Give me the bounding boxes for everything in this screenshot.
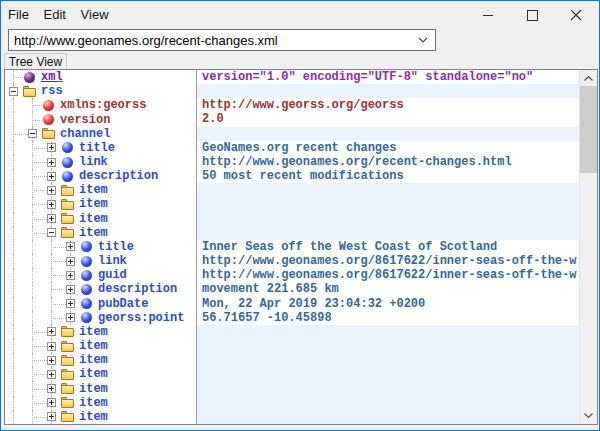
tree-guide-line <box>13 282 14 296</box>
tree-node-label: version <box>60 113 110 127</box>
collapse-expander[interactable] <box>47 228 56 237</box>
value-row-empty <box>197 183 579 197</box>
tree-node-item[interactable]: item <box>5 396 196 410</box>
sphere-blue-icon <box>81 241 92 252</box>
tree-node-item[interactable]: item <box>5 226 196 240</box>
value-row-empty <box>197 396 579 410</box>
tree-node-label: title <box>79 141 115 155</box>
chevron-up-icon <box>584 76 593 81</box>
value-row: 56.71657 -10.45898 <box>197 311 579 325</box>
tree-node-version[interactable]: version <box>5 112 196 126</box>
tree-node-label: item <box>79 367 108 381</box>
tree-guide-line <box>13 381 14 395</box>
minimize-button[interactable] <box>466 2 510 29</box>
tree-node-label: item <box>79 197 108 211</box>
folder-icon <box>61 325 74 338</box>
tree-node-item[interactable]: item <box>5 212 196 226</box>
expand-expander[interactable] <box>66 242 75 251</box>
expand-expander[interactable] <box>47 327 56 336</box>
tree-node-link[interactable]: link <box>5 254 196 268</box>
value-row-empty <box>197 339 579 353</box>
tree-node-label: xml <box>41 70 63 84</box>
menu-edit[interactable]: Edit <box>44 7 66 22</box>
folder-icon <box>61 198 74 211</box>
chevron-down-icon[interactable] <box>411 37 435 43</box>
tree-guide-line <box>32 332 47 333</box>
tree-node-title[interactable]: title <box>5 240 196 254</box>
sphere-red-icon <box>43 100 54 111</box>
tree-guide-line <box>32 346 47 347</box>
expand-expander[interactable] <box>47 398 56 407</box>
tree-guide-line <box>13 268 14 282</box>
tree-node-item[interactable]: item <box>5 325 196 339</box>
tree-guide-line <box>32 162 47 163</box>
tree-node-guid[interactable]: guid <box>5 268 196 282</box>
tree-node-title[interactable]: title <box>5 141 196 155</box>
tree-guide-line <box>51 318 66 319</box>
expand-expander[interactable] <box>47 143 56 152</box>
scroll-thumb[interactable] <box>580 86 597 173</box>
tab-tree-view[interactable]: Tree View <box>4 53 67 69</box>
sphere-blue-icon <box>81 312 92 323</box>
tree-node-item[interactable]: item <box>5 381 196 395</box>
tree-guide-line <box>32 219 47 220</box>
expand-expander[interactable] <box>47 370 56 379</box>
expand-expander[interactable] <box>66 285 75 294</box>
scroll-down-button[interactable] <box>580 407 597 424</box>
tree-guide-line <box>32 389 47 390</box>
minimize-icon <box>483 10 494 21</box>
maximize-button[interactable] <box>510 2 554 29</box>
tree-node-xmlns:georss[interactable]: xmlns:georss <box>5 98 196 112</box>
sphere-blue-icon <box>62 142 73 153</box>
expand-expander[interactable] <box>66 313 75 322</box>
value-row: http://www.geonames.org/8617622/inner-se… <box>197 254 579 268</box>
tree-node-channel[interactable]: channel <box>5 127 196 141</box>
url-combobox[interactable]: http://www.geonames.org/recent-changes.x… <box>8 29 436 51</box>
tree-node-item[interactable]: item <box>5 367 196 381</box>
expand-expander[interactable] <box>47 356 56 365</box>
sphere-blue-icon <box>81 256 92 267</box>
collapse-expander[interactable] <box>28 129 37 138</box>
value-row: version="1.0" encoding="UTF-8" standalon… <box>197 70 579 84</box>
expand-expander[interactable] <box>47 200 56 209</box>
tree-guide-line <box>13 98 14 112</box>
tree-guide-line <box>13 410 14 424</box>
menu-file[interactable]: File <box>8 7 29 22</box>
expand-expander[interactable] <box>47 158 56 167</box>
tree-node-item[interactable]: item <box>5 197 196 211</box>
tree-node-item[interactable]: item <box>5 353 196 367</box>
menu-bar: File Edit View <box>8 7 120 22</box>
tree-node-xml[interactable]: xml <box>5 70 196 84</box>
tree-node-link[interactable]: link <box>5 155 196 169</box>
window-controls <box>466 2 598 29</box>
tree-node-item[interactable]: item <box>5 183 196 197</box>
tree-node-rss[interactable]: rss <box>5 84 196 98</box>
expand-expander[interactable] <box>66 271 75 280</box>
tree-guide-line <box>32 254 33 268</box>
expand-expander[interactable] <box>47 186 56 195</box>
tree-node-description[interactable]: description <box>5 169 196 183</box>
scroll-up-button[interactable] <box>580 70 597 87</box>
tree-node-georss:point[interactable]: georss:point <box>5 311 196 325</box>
expand-expander[interactable] <box>47 342 56 351</box>
tree-guide-line <box>13 155 14 169</box>
tree-guide-line <box>32 204 47 205</box>
expand-expander[interactable] <box>47 384 56 393</box>
tree-node-item[interactable]: item <box>5 410 196 424</box>
collapse-expander[interactable] <box>9 87 18 96</box>
tree-guide-line <box>13 325 14 339</box>
close-button[interactable] <box>554 2 598 29</box>
expand-expander[interactable] <box>47 172 56 181</box>
tree-node-label: link <box>98 254 127 268</box>
expand-expander[interactable] <box>47 214 56 223</box>
tree-node-description[interactable]: description <box>5 282 196 296</box>
expand-expander[interactable] <box>66 257 75 266</box>
tree-node-pubDate[interactable]: pubDate <box>5 297 196 311</box>
expand-expander[interactable] <box>47 412 56 421</box>
sphere-blue-icon <box>81 298 92 309</box>
vertical-scrollbar[interactable] <box>579 70 597 424</box>
tree-node-item[interactable]: item <box>5 339 196 353</box>
value-pane: version="1.0" encoding="UTF-8" standalon… <box>197 70 579 424</box>
menu-view[interactable]: View <box>81 7 109 22</box>
expand-expander[interactable] <box>66 299 75 308</box>
